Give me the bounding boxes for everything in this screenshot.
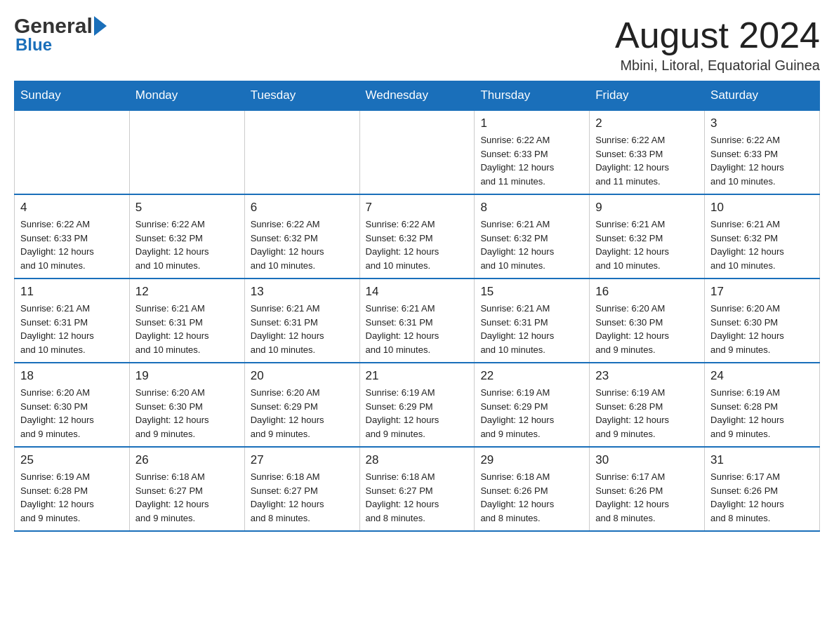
day-number: 17 bbox=[710, 285, 814, 299]
calendar-cell: 22Sunrise: 6:19 AMSunset: 6:29 PMDayligh… bbox=[475, 363, 590, 447]
calendar-header-friday: Friday bbox=[590, 81, 705, 111]
day-number: 27 bbox=[251, 453, 354, 467]
day-info: Sunrise: 6:20 AMSunset: 6:30 PMDaylight:… bbox=[135, 386, 239, 441]
day-number: 11 bbox=[20, 285, 124, 299]
calendar-cell: 20Sunrise: 6:20 AMSunset: 6:29 PMDayligh… bbox=[244, 363, 359, 447]
day-info: Sunrise: 6:19 AMSunset: 6:29 PMDaylight:… bbox=[366, 386, 469, 441]
calendar-cell bbox=[15, 110, 130, 194]
calendar-cell: 6Sunrise: 6:22 AMSunset: 6:32 PMDaylight… bbox=[244, 194, 359, 279]
day-info: Sunrise: 6:18 AMSunset: 6:27 PMDaylight:… bbox=[366, 470, 469, 525]
day-number: 23 bbox=[595, 369, 699, 383]
day-number: 9 bbox=[595, 201, 699, 215]
day-info: Sunrise: 6:22 AMSunset: 6:33 PMDaylight:… bbox=[595, 133, 699, 188]
calendar-cell: 3Sunrise: 6:22 AMSunset: 6:33 PMDaylight… bbox=[705, 110, 820, 194]
calendar-cell: 14Sunrise: 6:21 AMSunset: 6:31 PMDayligh… bbox=[359, 279, 475, 363]
day-info: Sunrise: 6:20 AMSunset: 6:30 PMDaylight:… bbox=[595, 302, 699, 356]
calendar-cell bbox=[244, 110, 359, 194]
calendar-week-row: 18Sunrise: 6:20 AMSunset: 6:30 PMDayligh… bbox=[15, 363, 820, 447]
calendar-cell: 27Sunrise: 6:18 AMSunset: 6:27 PMDayligh… bbox=[244, 447, 359, 531]
calendar-cell: 7Sunrise: 6:22 AMSunset: 6:32 PMDaylight… bbox=[359, 194, 475, 279]
day-number: 2 bbox=[595, 116, 699, 130]
day-number: 30 bbox=[595, 453, 699, 467]
logo-arrow-icon bbox=[94, 16, 107, 36]
day-number: 18 bbox=[20, 369, 124, 383]
calendar-week-row: 4Sunrise: 6:22 AMSunset: 6:33 PMDaylight… bbox=[15, 194, 820, 279]
day-info: Sunrise: 6:19 AMSunset: 6:29 PMDaylight:… bbox=[480, 386, 583, 441]
day-info: Sunrise: 6:20 AMSunset: 6:30 PMDaylight:… bbox=[20, 386, 124, 441]
day-number: 12 bbox=[135, 285, 239, 299]
day-info: Sunrise: 6:21 AMSunset: 6:31 PMDaylight:… bbox=[251, 302, 354, 356]
calendar-header-row: SundayMondayTuesdayWednesdayThursdayFrid… bbox=[15, 81, 820, 111]
calendar-week-row: 11Sunrise: 6:21 AMSunset: 6:31 PMDayligh… bbox=[15, 279, 820, 363]
day-number: 6 bbox=[251, 201, 354, 215]
logo: General Blue bbox=[14, 14, 107, 55]
calendar-cell: 29Sunrise: 6:18 AMSunset: 6:26 PMDayligh… bbox=[475, 447, 590, 531]
day-info: Sunrise: 6:21 AMSunset: 6:31 PMDaylight:… bbox=[20, 302, 124, 356]
calendar-cell bbox=[129, 110, 244, 194]
day-number: 20 bbox=[251, 369, 354, 383]
day-info: Sunrise: 6:22 AMSunset: 6:33 PMDaylight:… bbox=[20, 217, 124, 272]
day-info: Sunrise: 6:21 AMSunset: 6:31 PMDaylight:… bbox=[480, 302, 583, 356]
page-header: General Blue August 2024 Mbini, Litoral,… bbox=[14, 14, 820, 74]
day-info: Sunrise: 6:18 AMSunset: 6:26 PMDaylight:… bbox=[480, 470, 583, 525]
day-info: Sunrise: 6:21 AMSunset: 6:32 PMDaylight:… bbox=[710, 217, 814, 272]
day-number: 22 bbox=[480, 369, 583, 383]
day-info: Sunrise: 6:22 AMSunset: 6:33 PMDaylight:… bbox=[480, 133, 583, 188]
day-info: Sunrise: 6:21 AMSunset: 6:32 PMDaylight:… bbox=[480, 217, 583, 272]
day-info: Sunrise: 6:21 AMSunset: 6:31 PMDaylight:… bbox=[135, 302, 239, 356]
calendar-cell: 12Sunrise: 6:21 AMSunset: 6:31 PMDayligh… bbox=[129, 279, 244, 363]
calendar-cell: 31Sunrise: 6:17 AMSunset: 6:26 PMDayligh… bbox=[705, 447, 820, 531]
logo-general-text: General bbox=[14, 14, 93, 38]
day-info: Sunrise: 6:20 AMSunset: 6:30 PMDaylight:… bbox=[710, 302, 814, 356]
day-number: 29 bbox=[480, 453, 583, 467]
calendar-cell bbox=[359, 110, 475, 194]
title-block: August 2024 Mbini, Litoral, Equatorial G… bbox=[615, 14, 820, 74]
day-number: 16 bbox=[595, 285, 699, 299]
calendar-header-sunday: Sunday bbox=[15, 81, 130, 111]
calendar-cell: 25Sunrise: 6:19 AMSunset: 6:28 PMDayligh… bbox=[15, 447, 130, 531]
day-info: Sunrise: 6:21 AMSunset: 6:32 PMDaylight:… bbox=[595, 217, 699, 272]
calendar-header-wednesday: Wednesday bbox=[359, 81, 475, 111]
calendar-header-saturday: Saturday bbox=[705, 81, 820, 111]
day-number: 21 bbox=[366, 369, 469, 383]
calendar-cell: 21Sunrise: 6:19 AMSunset: 6:29 PMDayligh… bbox=[359, 363, 475, 447]
calendar-cell: 24Sunrise: 6:19 AMSunset: 6:28 PMDayligh… bbox=[705, 363, 820, 447]
day-info: Sunrise: 6:19 AMSunset: 6:28 PMDaylight:… bbox=[20, 470, 124, 525]
calendar-cell: 17Sunrise: 6:20 AMSunset: 6:30 PMDayligh… bbox=[705, 279, 820, 363]
calendar-cell: 15Sunrise: 6:21 AMSunset: 6:31 PMDayligh… bbox=[475, 279, 590, 363]
calendar-cell: 10Sunrise: 6:21 AMSunset: 6:32 PMDayligh… bbox=[705, 194, 820, 279]
day-number: 31 bbox=[710, 453, 814, 467]
day-number: 24 bbox=[710, 369, 814, 383]
day-number: 5 bbox=[135, 201, 239, 215]
day-info: Sunrise: 6:19 AMSunset: 6:28 PMDaylight:… bbox=[710, 386, 814, 441]
location-subtitle: Mbini, Litoral, Equatorial Guinea bbox=[615, 58, 820, 74]
calendar-cell: 26Sunrise: 6:18 AMSunset: 6:27 PMDayligh… bbox=[129, 447, 244, 531]
logo-blue-text: Blue bbox=[15, 35, 107, 55]
day-number: 8 bbox=[480, 201, 583, 215]
day-number: 7 bbox=[366, 201, 469, 215]
day-number: 15 bbox=[480, 285, 583, 299]
calendar-cell: 9Sunrise: 6:21 AMSunset: 6:32 PMDaylight… bbox=[590, 194, 705, 279]
day-info: Sunrise: 6:18 AMSunset: 6:27 PMDaylight:… bbox=[135, 470, 239, 525]
day-number: 4 bbox=[20, 201, 124, 215]
calendar-cell: 4Sunrise: 6:22 AMSunset: 6:33 PMDaylight… bbox=[15, 194, 130, 279]
calendar-cell: 16Sunrise: 6:20 AMSunset: 6:30 PMDayligh… bbox=[590, 279, 705, 363]
day-number: 25 bbox=[20, 453, 124, 467]
calendar-header-tuesday: Tuesday bbox=[244, 81, 359, 111]
calendar-week-row: 25Sunrise: 6:19 AMSunset: 6:28 PMDayligh… bbox=[15, 447, 820, 531]
day-number: 3 bbox=[710, 116, 814, 130]
day-number: 13 bbox=[251, 285, 354, 299]
calendar-cell: 30Sunrise: 6:17 AMSunset: 6:26 PMDayligh… bbox=[590, 447, 705, 531]
day-info: Sunrise: 6:22 AMSunset: 6:33 PMDaylight:… bbox=[710, 133, 814, 188]
day-number: 14 bbox=[366, 285, 469, 299]
day-info: Sunrise: 6:22 AMSunset: 6:32 PMDaylight:… bbox=[251, 217, 354, 272]
calendar-cell: 13Sunrise: 6:21 AMSunset: 6:31 PMDayligh… bbox=[244, 279, 359, 363]
day-info: Sunrise: 6:19 AMSunset: 6:28 PMDaylight:… bbox=[595, 386, 699, 441]
day-number: 26 bbox=[135, 453, 239, 467]
calendar-cell: 5Sunrise: 6:22 AMSunset: 6:32 PMDaylight… bbox=[129, 194, 244, 279]
calendar-cell: 19Sunrise: 6:20 AMSunset: 6:30 PMDayligh… bbox=[129, 363, 244, 447]
calendar-cell: 23Sunrise: 6:19 AMSunset: 6:28 PMDayligh… bbox=[590, 363, 705, 447]
calendar-cell: 1Sunrise: 6:22 AMSunset: 6:33 PMDaylight… bbox=[475, 110, 590, 194]
day-info: Sunrise: 6:20 AMSunset: 6:29 PMDaylight:… bbox=[251, 386, 354, 441]
day-number: 28 bbox=[366, 453, 469, 467]
